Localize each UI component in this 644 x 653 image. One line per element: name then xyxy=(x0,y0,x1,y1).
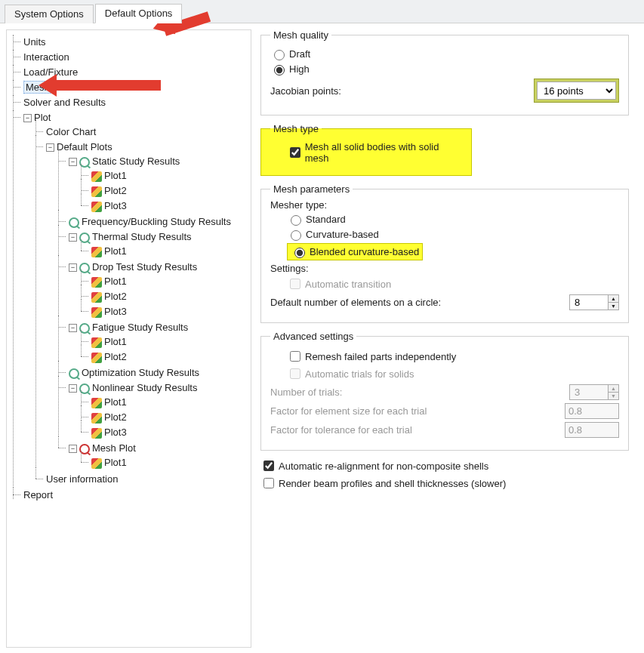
tab-system-options[interactable]: System Options xyxy=(5,5,94,23)
label-auto-realign: Automatic re-alignment for non-composite… xyxy=(279,460,488,472)
results-icon xyxy=(69,217,79,228)
tree-nonlinear-results[interactable]: −Nonlinear Study Results Plot1 Plot2 Plo… xyxy=(58,380,248,441)
collapse-icon[interactable]: − xyxy=(69,324,77,332)
tree-plot-item[interactable]: Plot2 xyxy=(81,289,248,304)
tree-optimization-results[interactable]: Optimization Study Results xyxy=(58,365,248,380)
plot-icon xyxy=(91,413,102,424)
radio-curvature[interactable] xyxy=(291,230,301,241)
spin-down-icon[interactable]: ▼ xyxy=(609,303,618,310)
label-settings: Settings: xyxy=(270,263,619,274)
radio-draft[interactable] xyxy=(274,50,285,60)
collapse-icon[interactable]: − xyxy=(69,445,77,453)
tree-plot-item[interactable]: Plot2 xyxy=(81,350,248,365)
check-remesh-failed[interactable] xyxy=(290,351,300,362)
label-default-circle: Default number of elements on a circle: xyxy=(270,297,441,308)
spinner-default-circle[interactable]: ▲▼ xyxy=(569,294,619,310)
tree-plot-item[interactable]: Plot1 xyxy=(81,168,248,183)
tree-droptest-results[interactable]: −Drop Test Study Results Plot1 Plot2 Plo… xyxy=(58,260,248,320)
tree-thermal-results[interactable]: −Thermal Study Results Plot1 xyxy=(58,229,248,260)
check-auto-trials xyxy=(290,368,300,379)
advanced-legend: Advanced settings xyxy=(270,331,356,342)
check-auto-realign[interactable] xyxy=(263,460,274,471)
plot-icon xyxy=(91,353,102,363)
plot-icon xyxy=(91,337,102,348)
tree-mesh-plot[interactable]: −Mesh Plot Plot1 xyxy=(58,441,248,471)
spin-up-icon[interactable]: ▲ xyxy=(609,295,618,303)
collapse-icon[interactable]: − xyxy=(69,263,77,272)
plot-icon xyxy=(91,171,102,182)
check-render-beam[interactable] xyxy=(263,478,274,488)
radio-high[interactable] xyxy=(274,65,285,75)
collapse-icon[interactable]: − xyxy=(69,233,77,242)
plot-icon xyxy=(91,458,102,469)
tree-interaction[interactable]: Interaction xyxy=(13,50,248,65)
label-jacobian: Jacobian points: xyxy=(270,85,341,97)
check-auto-transition xyxy=(290,279,300,289)
tab-default-options[interactable]: Default Options xyxy=(95,4,183,23)
tree-report[interactable]: Report xyxy=(13,488,248,503)
tree-solver-results[interactable]: Solver and Results xyxy=(13,95,248,110)
select-jacobian-points[interactable]: 16 points xyxy=(537,82,616,100)
mesh-quality-group: Mesh quality Draft High Jacobian points:… xyxy=(260,29,629,116)
mesh-type-legend: Mesh type xyxy=(270,123,322,134)
label-num-trials: Number of trials: xyxy=(270,387,342,398)
tree-plot-item[interactable]: Plot1 xyxy=(81,395,248,410)
label-mesher-type: Mesher type: xyxy=(270,199,619,211)
tree-plot-item[interactable]: Plot2 xyxy=(81,183,248,199)
tree-fatigue-results[interactable]: −Fatigue Study Results Plot1 Plot2 xyxy=(58,320,248,365)
label-high: High xyxy=(289,63,310,75)
spinner-num-trials: ▲▼ xyxy=(569,384,619,400)
tree-default-plots[interactable]: −Default Plots −Static Study Results Plo… xyxy=(35,140,248,472)
plot-icon xyxy=(91,428,102,439)
label-standard: Standard xyxy=(306,214,346,225)
results-icon xyxy=(69,368,79,379)
mesh-params-legend: Mesh parameters xyxy=(270,183,353,195)
label-auto-trials: Automatic trials for solids xyxy=(305,368,414,380)
input-factor-size xyxy=(565,403,619,419)
tree-plot-item[interactable]: Plot1 xyxy=(81,274,248,289)
plot-icon xyxy=(91,247,102,257)
tree-plot-item[interactable]: Plot3 xyxy=(81,199,248,214)
plot-icon xyxy=(91,186,102,197)
options-tree: Units Interaction Load/Fixture Mesh Solv… xyxy=(6,29,251,648)
mesh-settings-panel: Mesh quality Draft High Jacobian points:… xyxy=(257,23,644,653)
label-draft: Draft xyxy=(289,48,310,60)
tree-plot-item[interactable]: Plot3 xyxy=(81,304,248,319)
input-num-trials xyxy=(570,385,608,399)
tree-plot-item[interactable]: Plot3 xyxy=(81,425,248,440)
tree-freq-buckling[interactable]: Frequency/Buckling Study Results xyxy=(58,214,248,229)
check-mesh-solid[interactable] xyxy=(290,147,300,158)
tree-plot-item[interactable]: Plot1 xyxy=(81,455,248,470)
collapse-icon[interactable]: − xyxy=(69,384,77,393)
advanced-settings-group: Advanced settings Remesh failed parts in… xyxy=(260,331,629,451)
label-remesh-failed: Remesh failed parts independently xyxy=(305,351,456,362)
tree-plot-item[interactable]: Plot1 xyxy=(81,244,248,259)
radio-standard[interactable] xyxy=(291,215,301,226)
radio-blended[interactable] xyxy=(294,248,305,258)
tree-plot-item[interactable]: Plot2 xyxy=(81,410,248,425)
tree-user-info[interactable]: User information xyxy=(35,472,248,487)
plot-icon xyxy=(91,307,102,318)
label-blended: Blended curvature-based xyxy=(310,246,419,257)
tree-mesh[interactable]: Mesh xyxy=(13,80,248,95)
label-factor-tol: Factor for tolerance for each trial xyxy=(270,424,412,436)
tree-color-chart[interactable]: Color Chart xyxy=(35,125,248,140)
input-factor-tol xyxy=(565,422,619,438)
label-render-beam: Render beam profiles and shell thickness… xyxy=(279,478,506,489)
collapse-icon[interactable]: − xyxy=(69,158,77,166)
tree-static-results[interactable]: −Static Study Results Plot1 Plot2 Plot3 xyxy=(58,154,248,214)
tree-units[interactable]: Units xyxy=(13,35,248,50)
input-default-circle[interactable] xyxy=(570,295,608,310)
collapse-icon[interactable]: − xyxy=(23,114,32,122)
tree-plot-item[interactable]: Plot1 xyxy=(81,334,248,350)
label-mesh-solid: Mesh all solid bodies with solid mesh xyxy=(305,141,462,164)
tree-plot[interactable]: −Plot Color Chart −Default Plots −Static… xyxy=(13,110,248,488)
mesh-type-group: Mesh type Mesh all solid bodies with sol… xyxy=(260,123,472,176)
collapse-icon[interactable]: − xyxy=(46,143,54,152)
spin-up-icon: ▲ xyxy=(609,385,618,393)
label-auto-transition: Automatic transition xyxy=(305,279,391,290)
plot-icon xyxy=(91,398,102,408)
plot-icon xyxy=(91,202,102,212)
tree-load-fixture[interactable]: Load/Fixture xyxy=(13,65,248,80)
plot-icon xyxy=(91,292,102,303)
